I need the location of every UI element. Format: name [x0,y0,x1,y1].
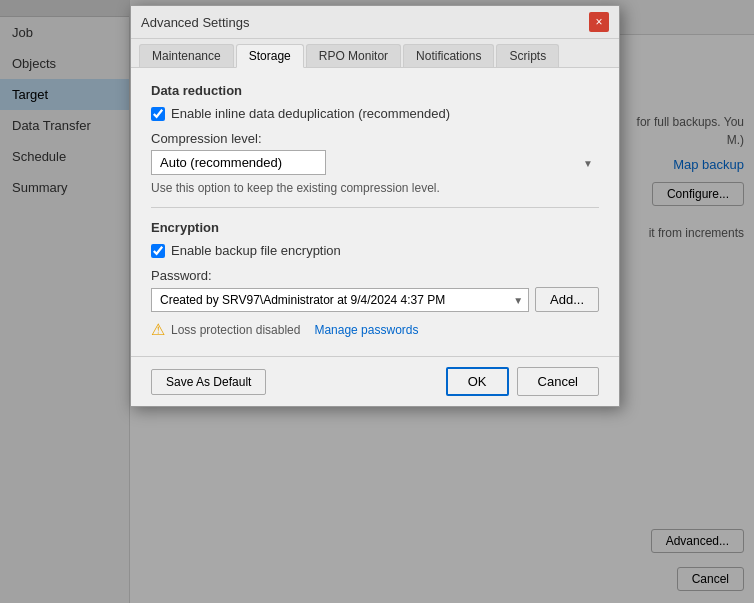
compression-select[interactable]: Auto (recommended) None Dedupe-friendly … [151,150,326,175]
password-select-wrapper: Created by SRV97\Administrator at 9/4/20… [151,288,529,312]
ok-button[interactable]: OK [446,367,509,396]
dialog-footer: Save As Default OK Cancel [131,356,619,406]
tab-scripts[interactable]: Scripts [496,44,559,67]
tab-notifications[interactable]: Notifications [403,44,494,67]
add-password-button[interactable]: Add... [535,287,599,312]
encryption-checkbox-label: Enable backup file encryption [171,243,341,258]
encryption-checkbox[interactable] [151,244,165,258]
dedup-checkbox-row: Enable inline data deduplication (recomm… [151,106,599,121]
encryption-section: Encryption Enable backup file encryption… [151,220,599,341]
compression-hint: Use this option to keep the existing com… [151,181,599,195]
section-divider [151,207,599,208]
password-row: Created by SRV97\Administrator at 9/4/20… [151,287,599,312]
warning-row: ⚠ Loss protection disabled Manage passwo… [151,318,599,341]
encryption-title: Encryption [151,220,599,235]
footer-left: Save As Default [151,369,266,395]
save-default-button[interactable]: Save As Default [151,369,266,395]
tab-rpo-monitor[interactable]: RPO Monitor [306,44,401,67]
dialog-close-button[interactable]: × [589,12,609,32]
compression-label: Compression level: [151,131,599,146]
dedup-checkbox-label: Enable inline data deduplication (recomm… [171,106,450,121]
password-label: Password: [151,268,599,283]
warning-icon: ⚠ [151,320,165,339]
compression-row: Auto (recommended) None Dedupe-friendly … [151,150,599,175]
tab-maintenance[interactable]: Maintenance [139,44,234,67]
tab-storage[interactable]: Storage [236,44,304,68]
manage-passwords-link[interactable]: Manage passwords [314,323,418,337]
encryption-checkbox-row: Enable backup file encryption [151,243,599,258]
tabs-bar: Maintenance Storage RPO Monitor Notifica… [131,39,619,68]
compression-select-wrapper: Auto (recommended) None Dedupe-friendly … [151,150,599,175]
footer-right: OK Cancel [446,367,599,396]
cancel-button[interactable]: Cancel [517,367,599,396]
advanced-settings-dialog: Advanced Settings × Maintenance Storage … [130,5,620,407]
warning-text: Loss protection disabled [171,323,300,337]
dialog-content: Data reduction Enable inline data dedupl… [131,68,619,356]
dialog-title: Advanced Settings [141,15,249,30]
data-reduction-title: Data reduction [151,83,599,98]
dialog-titlebar: Advanced Settings × [131,6,619,39]
dedup-checkbox[interactable] [151,107,165,121]
password-select[interactable]: Created by SRV97\Administrator at 9/4/20… [151,288,529,312]
